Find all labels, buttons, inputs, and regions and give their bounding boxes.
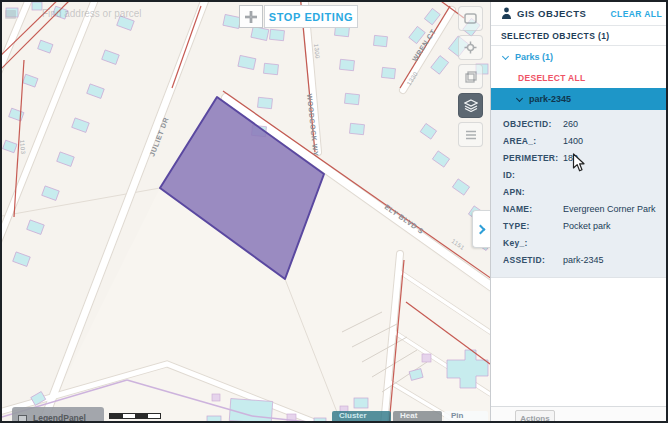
attribute-row: NAME:Evergreen Corner Park <box>491 201 668 218</box>
legend-panel-button[interactable]: LegendPanel <box>12 407 104 423</box>
attribute-row: Key_: <box>491 235 668 252</box>
map-type-buttons: Cluster Map Heat Map Pin Map <box>332 411 490 423</box>
field-value: 260 <box>563 119 578 129</box>
attribute-row: PERIMETER:180 <box>491 150 668 167</box>
attribute-details: OBJECTID:260 AREA_:1400 PERIMETER:180 ID… <box>491 110 668 278</box>
field-value: 1400 <box>563 136 583 146</box>
scale-bar <box>109 413 161 419</box>
cluster-map-button[interactable]: Cluster Map <box>332 411 391 423</box>
field-label: OBJECTID: <box>503 119 563 129</box>
frame-icon <box>464 13 477 24</box>
heat-map-button[interactable]: Heat Map <box>393 411 442 423</box>
street-number: 1103 <box>19 140 26 155</box>
stop-editing-button[interactable]: STOP EDITING <box>264 5 358 28</box>
map-tool-stack <box>458 6 483 151</box>
attribute-row: TYPE:Pocket park <box>491 218 668 235</box>
actions-button[interactable]: Actions <box>515 410 555 423</box>
actions-bar: Actions <box>491 406 668 423</box>
extent-button[interactable] <box>458 6 483 31</box>
crosshair-icon <box>244 10 258 24</box>
list-icon <box>465 130 477 140</box>
field-label: AREA_: <box>503 136 563 146</box>
map-area[interactable]: JULIET DR ELY BLVD S WOODCOCK WY WREN CT… <box>2 2 490 423</box>
field-label: PERIMETER: <box>503 153 563 163</box>
panel-window-icon <box>18 415 27 422</box>
basemap-button[interactable] <box>458 64 483 89</box>
pin-map-button[interactable]: Pin Map <box>444 411 488 423</box>
settings-button[interactable] <box>458 35 483 60</box>
chevron-down-icon <box>502 52 509 59</box>
field-label: TYPE: <box>503 221 563 231</box>
field-value: Pocket park <box>563 221 611 231</box>
app-window: JULIET DR ELY BLVD S WOODCOCK WY WREN CT… <box>0 0 668 423</box>
selected-objects-header: SELECTED OBJECTS (1) <box>491 26 668 46</box>
list-button[interactable] <box>458 122 483 147</box>
parks-group-label: Parks (1) <box>515 52 553 62</box>
field-label: APN: <box>503 187 563 197</box>
field-value: 180 <box>563 153 578 163</box>
search-input[interactable]: Find address or parcel <box>42 8 142 19</box>
gis-objects-icon <box>501 7 512 20</box>
deselect-all-button[interactable]: DESELECT ALL <box>491 68 668 88</box>
legend-panel-label: LegendPanel <box>33 413 86 423</box>
attribute-row: AREA_:1400 <box>491 133 668 150</box>
panel-title: GIS OBJECTS <box>517 8 611 19</box>
attribute-row: ID: <box>491 167 668 184</box>
map-canvas[interactable]: JULIET DR ELY BLVD S WOODCOCK WY WREN CT… <box>2 2 490 423</box>
layers-button[interactable] <box>458 93 483 118</box>
attribute-row: ASSETID:park-2345 <box>491 252 668 269</box>
chevron-down-icon <box>516 94 523 101</box>
field-label: ASSETID: <box>503 255 563 265</box>
gis-objects-panel: GIS OBJECTS CLEAR ALL SELECTED OBJECTS (… <box>490 2 668 423</box>
square-stack-icon <box>465 71 477 83</box>
chevron-right-icon <box>475 224 485 234</box>
field-label: ID: <box>503 170 563 180</box>
edit-toolbar: STOP EDITING <box>239 5 358 28</box>
crosshair-button[interactable] <box>239 5 263 28</box>
parks-group-toggle[interactable]: Parks (1) <box>491 46 668 68</box>
gear-icon <box>464 41 477 54</box>
field-label: NAME: <box>503 204 563 214</box>
layers-icon <box>464 99 478 112</box>
clear-all-button[interactable]: CLEAR ALL <box>611 9 662 19</box>
field-label: Key_: <box>503 238 563 248</box>
search-panel-icon <box>5 10 16 19</box>
sidebar-collapse-toggle[interactable] <box>472 210 490 248</box>
selected-park-label: park-2345 <box>529 94 571 104</box>
panel-header: GIS OBJECTS CLEAR ALL <box>491 2 668 26</box>
field-value: park-2345 <box>563 255 604 265</box>
selected-park-row[interactable]: park-2345 <box>491 88 668 110</box>
attribute-row: APN: <box>491 184 668 201</box>
field-value: Evergreen Corner Park <box>563 204 656 214</box>
attribute-row: OBJECTID:260 <box>491 116 668 133</box>
